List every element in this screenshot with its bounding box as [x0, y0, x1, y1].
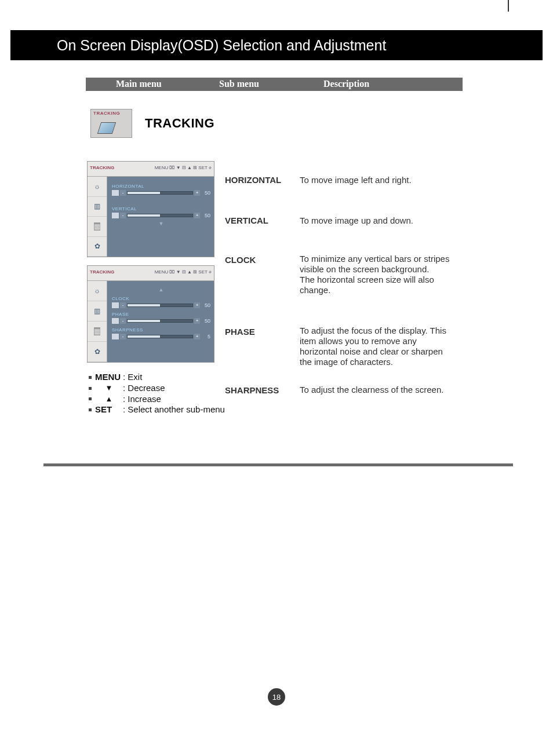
plus-icon: + — [194, 213, 200, 218]
submenu-vertical-label: VERTICAL — [225, 216, 268, 225]
osd1-header: TRACKING MENU ⌧ ▼ ⊟ ▲ ⊞ SET ⎆ — [88, 162, 214, 177]
osd1-content: HORIZONTAL - + 50 VERTICAL - + 50 — [107, 177, 214, 257]
tracking-osd-icon: TRACKING — [90, 109, 132, 138]
plus-icon: + — [194, 334, 200, 339]
osd2-item1-val: 50 — [201, 318, 210, 324]
column-header-bar: Main menu Sub menu Description — [86, 78, 463, 91]
col-description: Description — [323, 79, 369, 89]
legend-up-desc: : Increase — [123, 394, 161, 405]
color-icon: ▥ — [94, 202, 100, 210]
minus-icon: - — [120, 302, 126, 308]
submenu-horizontal-label: HORIZONTAL — [225, 175, 281, 185]
osd2-item2-val: 5 — [201, 334, 210, 339]
tracking-tab-icon: ▦ — [94, 222, 100, 231]
col-main-menu: Main menu — [116, 79, 162, 89]
tracking-icon-label: TRACKING — [93, 111, 120, 116]
osd1-left-icons: ☼ ▥ ▦ ✿ — [88, 177, 107, 257]
legend-set-key: SET — [95, 404, 123, 415]
osd2-left-icons: ☼ ▥ ▦ ✿ — [88, 281, 107, 362]
osd1-item0-val: 50 — [201, 190, 210, 196]
tracking-icon-symbol — [97, 122, 116, 134]
osd2-scroll-up-icon: ▲ — [112, 287, 210, 293]
osd2-item2-slider: - + 5 — [112, 334, 210, 339]
plus-icon: + — [194, 190, 200, 196]
vertical-slider-icon — [112, 213, 119, 218]
page-top-mark — [508, 0, 509, 12]
osd2-item0-slider: - + 50 — [112, 302, 210, 308]
osd2-content: ▲ CLOCK - + 50 PHASE - + 50 — [107, 281, 214, 362]
osd-panel-2: TRACKING MENU ⌧ ▼ ⊟ ▲ ⊞ SET ⎆ ☼ ▥ ▦ ✿ ▲ … — [87, 265, 214, 363]
osd1-item1-name: VERTICAL — [112, 206, 210, 211]
osd2-title: TRACKING — [90, 269, 114, 275]
legend-menu-key: MENU — [95, 372, 123, 383]
legend-down-icon: ▼ — [95, 384, 123, 393]
legend-menu-desc: : Exit — [123, 372, 142, 383]
color-icon: ▥ — [94, 307, 100, 315]
minus-icon: - — [120, 334, 126, 339]
legend-up-icon: ▲ — [95, 395, 123, 404]
brightness-icon: ☼ — [94, 182, 100, 191]
page-number-badge: 18 — [268, 688, 285, 706]
submenu-phase-label: PHASE — [225, 327, 255, 337]
page-title-band: On Screen Display(OSD) Selection and Adj… — [10, 30, 543, 60]
osd1-header-icons: MENU ⌧ ▼ ⊟ ▲ ⊞ SET ⎆ — [155, 165, 212, 170]
minus-icon: - — [120, 190, 126, 196]
plus-icon: + — [194, 302, 200, 308]
desc-horizontal: To move image left and right. — [300, 175, 456, 185]
minus-icon: - — [120, 213, 126, 218]
legend-set-desc: : Select another sub-menu — [123, 404, 225, 415]
osd1-item0-slider: - + 50 — [112, 190, 210, 196]
section-divider — [43, 463, 513, 466]
desc-sharpness: To adjust the clearness of the screen. — [300, 385, 456, 395]
submenu-sharpness-label: SHARPNESS — [225, 385, 279, 395]
osd2-item2-name: SHARPNESS — [112, 327, 210, 333]
osd1-title: TRACKING — [90, 165, 114, 170]
tracking-tab-icon: ▦ — [94, 327, 100, 335]
phase-slider-icon — [112, 318, 119, 324]
page-title: On Screen Display(OSD) Selection and Adj… — [57, 37, 386, 54]
osd1-item1-val: 50 — [201, 213, 210, 218]
osd1-scroll-down-icon: ▼ — [112, 221, 210, 227]
osd2-header: TRACKING MENU ⌧ ▼ ⊟ ▲ ⊞ SET ⎆ — [88, 266, 214, 281]
setup-icon: ✿ — [94, 348, 100, 356]
osd2-item0-val: 50 — [201, 302, 210, 308]
tracking-heading: TRACKING — [145, 116, 214, 131]
plus-icon: + — [194, 318, 200, 324]
brightness-icon: ☼ — [94, 287, 100, 295]
setup-icon: ✿ — [94, 242, 100, 250]
horizontal-slider-icon — [112, 190, 119, 196]
osd2-header-icons: MENU ⌧ ▼ ⊟ ▲ ⊞ SET ⎆ — [155, 269, 212, 275]
osd2-item1-name: PHASE — [112, 312, 210, 317]
osd2-item0-name: CLOCK — [112, 296, 210, 301]
desc-vertical: To move image up and down. — [300, 216, 456, 226]
osd1-item0-fill — [128, 192, 160, 194]
submenu-clock-label: CLOCK — [225, 255, 256, 265]
minus-icon: - — [120, 318, 126, 324]
clock-slider-icon — [112, 302, 119, 308]
legend-down-desc: : Decrease — [123, 383, 165, 394]
desc-phase: To adjust the focus of the display. This… — [300, 326, 456, 367]
osd2-item1-slider: - + 50 — [112, 318, 210, 324]
osd1-item1-slider: - + 50 — [112, 213, 210, 218]
osd1-item0-name: HORIZONTAL — [112, 184, 210, 189]
col-sub-menu: Sub menu — [219, 79, 259, 89]
osd-panel-1: TRACKING MENU ⌧ ▼ ⊟ ▲ ⊞ SET ⎆ ☼ ▥ ▦ ✿ HO… — [87, 161, 214, 257]
desc-clock: To minimize any vertical bars or stripes… — [300, 254, 456, 295]
button-legend: MENU: Exit ▼: Decrease ▲: Increase SET: … — [89, 372, 225, 415]
sharpness-slider-icon — [112, 334, 119, 339]
